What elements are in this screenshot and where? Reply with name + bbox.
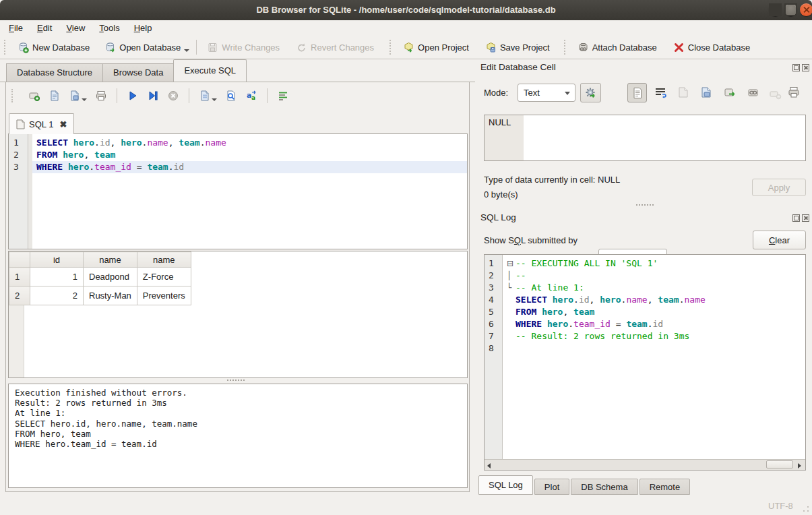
menu-file[interactable]: File bbox=[3, 22, 29, 34]
toolbar-drag-handle[interactable] bbox=[4, 40, 9, 55]
column-header[interactable]: name bbox=[84, 252, 137, 268]
tab-remote[interactable]: Remote bbox=[639, 479, 691, 495]
toolbar-drag-handle[interactable] bbox=[11, 89, 16, 102]
line-number: 3 bbox=[485, 282, 503, 294]
new-database-icon bbox=[18, 42, 29, 53]
save-project-label: Save Project bbox=[500, 42, 550, 53]
results-grid[interactable]: idnamename11DeadpondZ-Force22Rusty-ManPr… bbox=[8, 251, 468, 378]
close-panel-icon[interactable] bbox=[802, 214, 809, 222]
maximize-button[interactable] bbox=[784, 3, 797, 16]
print-icon[interactable] bbox=[95, 90, 107, 102]
close-button[interactable] bbox=[800, 3, 812, 16]
open-database-dropdown[interactable] bbox=[184, 49, 189, 52]
line-number: 8 bbox=[485, 342, 503, 355]
save-file-icon bbox=[699, 86, 713, 99]
save-results-group[interactable] bbox=[199, 90, 217, 102]
apply-button: Apply bbox=[752, 179, 806, 196]
code-line: 7-- Result: 2 rows returned in 3ms bbox=[485, 330, 805, 342]
text-mode-toggle[interactable] bbox=[627, 83, 647, 102]
maximize-icon bbox=[784, 3, 797, 16]
minimize-button[interactable] bbox=[769, 3, 782, 16]
sql-log-view[interactable]: 1⊟-- EXECUTING ALL IN 'SQL 1'2│--3└-- At… bbox=[484, 254, 806, 471]
open-database-button[interactable]: Open Database bbox=[100, 39, 185, 56]
close-database-button[interactable]: Close Database bbox=[668, 39, 755, 56]
column-header[interactable]: name bbox=[137, 252, 191, 268]
word-wrap-toggle[interactable] bbox=[654, 86, 667, 101]
save-sql-file-group[interactable] bbox=[69, 90, 87, 102]
open-file-icon bbox=[677, 86, 690, 99]
menu-help[interactable]: Help bbox=[128, 22, 158, 34]
scrollbar-thumb[interactable] bbox=[766, 460, 793, 468]
find-replace-icon[interactable] bbox=[225, 90, 237, 102]
column-header[interactable]: id bbox=[30, 252, 84, 268]
encoding-indicator[interactable]: UTF-8 bbox=[768, 501, 793, 511]
table-cell[interactable]: Z-Force bbox=[137, 268, 191, 286]
code-line: 6WHERE hero.team_id = team.id bbox=[485, 318, 805, 330]
tab-sql-log[interactable]: SQL Log bbox=[478, 475, 533, 495]
set-as-null-button[interactable] bbox=[723, 86, 737, 101]
tab-db-schema[interactable]: DB Schema bbox=[571, 479, 637, 495]
cell-null-indicator: NULL bbox=[489, 117, 511, 127]
mode-combobox[interactable]: Text bbox=[518, 84, 575, 102]
auto-switch-mode-button[interactable] bbox=[580, 83, 601, 102]
sql-editor[interactable]: 1SELECT hero.id, hero.name, team.name2FR… bbox=[8, 133, 468, 249]
open-project-button[interactable]: Open Project bbox=[398, 39, 474, 56]
resize-grip[interactable] bbox=[802, 505, 810, 513]
tab-database-structure[interactable]: Database Structure bbox=[6, 63, 103, 82]
table-cell[interactable]: 1 bbox=[30, 268, 84, 286]
code-line: 2│-- bbox=[485, 270, 805, 282]
sql-log-hscrollbar[interactable] bbox=[485, 459, 805, 470]
horizontal-splitter[interactable] bbox=[636, 204, 654, 209]
row-header[interactable]: 2 bbox=[9, 286, 30, 305]
execute-sql-icon[interactable] bbox=[127, 90, 139, 102]
save-results-dropdown[interactable] bbox=[212, 98, 217, 101]
table-cell[interactable]: Deadpond bbox=[84, 268, 137, 286]
menu-view[interactable]: View bbox=[60, 22, 91, 34]
attach-database-button[interactable]: Attach Database bbox=[573, 39, 662, 56]
app-window: DB Browser for SQLite - /home/user/code/… bbox=[0, 0, 812, 515]
tab-browse-data[interactable]: Browse Data bbox=[102, 63, 174, 82]
main-toolbar: New Database Open Database Write Changes… bbox=[0, 36, 812, 59]
code-line: 8 bbox=[485, 342, 805, 355]
save-results-icon bbox=[199, 90, 211, 102]
title-bar[interactable]: DB Browser for SQLite - /home/user/code/… bbox=[0, 0, 812, 20]
code-line: 4SELECT hero.id, hero.name, team.name bbox=[485, 294, 805, 306]
text-document-icon bbox=[631, 86, 644, 100]
scroll-left-icon[interactable] bbox=[485, 460, 494, 470]
save-sql-dropdown[interactable] bbox=[82, 98, 87, 101]
open-sql-file-icon[interactable] bbox=[49, 90, 61, 102]
clear-log-button[interactable]: Clear bbox=[753, 231, 806, 249]
code-line: 1⊟-- EXECUTING ALL IN 'SQL 1' bbox=[485, 258, 805, 270]
grid-corner[interactable] bbox=[9, 252, 30, 268]
float-panel-icon[interactable] bbox=[792, 214, 800, 222]
svg-text:a: a bbox=[251, 94, 255, 101]
copy-link-button[interactable] bbox=[747, 86, 760, 101]
table-cell[interactable]: Rusty-Man bbox=[84, 286, 137, 305]
sql-tab-close-icon[interactable]: ✖ bbox=[59, 119, 67, 129]
execution-status-box[interactable]: Execution finished without errors. Resul… bbox=[8, 384, 468, 488]
table-cell[interactable]: 2 bbox=[30, 286, 84, 305]
print-cell-button[interactable] bbox=[787, 86, 801, 101]
toolbar-separator bbox=[196, 40, 197, 55]
toolbar-drag-handle[interactable] bbox=[564, 40, 569, 55]
cell-value-editor[interactable]: NULL bbox=[484, 115, 806, 161]
new-sql-tab-icon[interactable] bbox=[28, 90, 40, 102]
toolbar-drag-handle[interactable] bbox=[389, 40, 394, 55]
new-database-button[interactable]: New Database bbox=[13, 39, 94, 56]
word-wrap-icon[interactable] bbox=[277, 90, 289, 102]
row-header[interactable]: 1 bbox=[9, 268, 30, 286]
save-project-button[interactable]: Save Project bbox=[480, 39, 555, 56]
float-panel-icon[interactable] bbox=[792, 64, 800, 71]
sql-document-tab[interactable]: SQL 1 ✖ bbox=[9, 113, 74, 134]
scroll-right-icon[interactable] bbox=[795, 460, 805, 470]
menu-edit[interactable]: Edit bbox=[31, 22, 58, 34]
tab-plot[interactable]: Plot bbox=[534, 479, 569, 495]
close-panel-icon[interactable] bbox=[802, 64, 809, 71]
minimize-icon bbox=[769, 3, 782, 16]
tab-execute-sql[interactable]: Execute SQL bbox=[173, 59, 247, 82]
format-sql-icon[interactable]: aa bbox=[245, 90, 257, 102]
execute-current-line-icon[interactable] bbox=[147, 90, 159, 102]
export-cell-data-button[interactable] bbox=[699, 86, 713, 101]
menu-tools[interactable]: Tools bbox=[93, 22, 125, 34]
table-cell[interactable]: Preventers bbox=[137, 286, 191, 305]
